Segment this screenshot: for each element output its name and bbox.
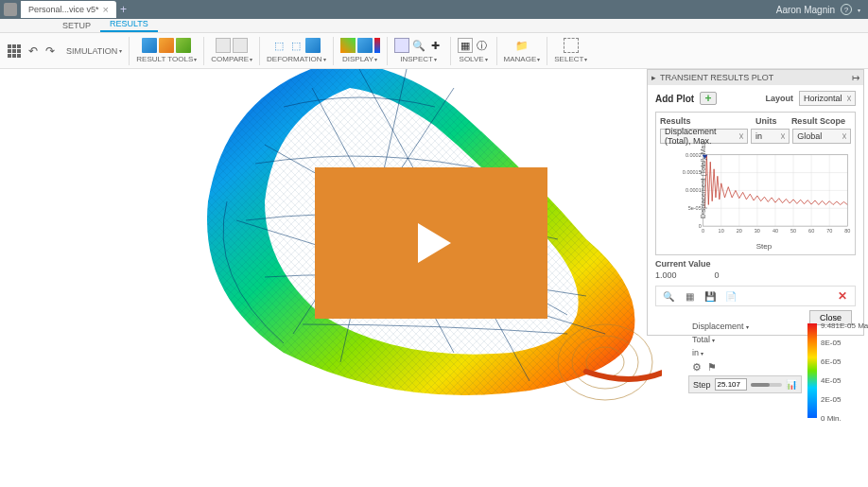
- col-results: Results: [660, 116, 755, 126]
- col-units: Units: [755, 116, 791, 126]
- play-icon: [398, 210, 464, 276]
- svg-text:60: 60: [808, 228, 814, 234]
- svg-text:50: 50: [790, 228, 796, 234]
- col-scope: Result Scope: [791, 116, 851, 126]
- undo-icon[interactable]: ↶: [26, 44, 40, 58]
- svg-text:30: 30: [755, 228, 760, 234]
- display-group: DISPLAY▾: [337, 38, 384, 63]
- tab-setup[interactable]: SETUP: [53, 19, 100, 32]
- tool-icon[interactable]: ✚: [428, 38, 443, 53]
- transient-results-panel: ▸ TRANSIENT RESULTS PLOT ↦ Add Plot + La…: [647, 69, 864, 336]
- tool-icon[interactable]: [216, 38, 231, 53]
- new-tab-button[interactable]: +: [120, 3, 127, 16]
- svg-text:10: 10: [719, 228, 724, 234]
- pin-icon[interactable]: ↦: [852, 73, 859, 83]
- chart-icon[interactable]: 📊: [786, 379, 797, 390]
- result-tools-group: RESULT TOOLS▾: [132, 38, 200, 63]
- legend-max: 9.481E-05 Max.: [821, 322, 868, 330]
- expand-icon[interactable]: ▸: [651, 73, 656, 82]
- delete-icon[interactable]: ✕: [836, 289, 849, 303]
- legend-tick: 6E-05: [821, 357, 841, 366]
- tool-icon[interactable]: [340, 38, 356, 53]
- units-select[interactable]: in: [751, 129, 790, 144]
- export-icon[interactable]: 📄: [724, 289, 738, 303]
- svg-text:0.00015: 0.00015: [683, 169, 702, 175]
- panel-title: TRANSIENT RESULTS PLOT: [660, 73, 773, 82]
- svg-text:0: 0: [702, 228, 704, 234]
- add-plot-label: Add Plot: [655, 94, 694, 104]
- redo-icon[interactable]: ↷: [43, 44, 57, 58]
- tool-icon[interactable]: [564, 38, 579, 53]
- result-type-dropdown[interactable]: Displacement▾: [688, 320, 802, 333]
- tool-icon[interactable]: [159, 38, 174, 53]
- tool-icon[interactable]: [176, 38, 191, 53]
- manage-group: 📁 MANAGE▾: [500, 38, 545, 63]
- tool-icon[interactable]: [394, 38, 409, 53]
- solve-group: ▦ ⓘ SOLVE▾: [454, 38, 494, 63]
- save-icon[interactable]: 💾: [703, 289, 717, 303]
- tool-icon[interactable]: [233, 38, 248, 53]
- gear-icon[interactable]: ⚙: [692, 361, 702, 374]
- svg-text:40: 40: [773, 228, 778, 234]
- add-plot-button[interactable]: +: [700, 92, 717, 105]
- select-group: SELECT▾: [550, 38, 591, 63]
- panel-header[interactable]: ▸ TRANSIENT RESULTS PLOT ↦: [648, 70, 863, 85]
- legend-tick: 2E-05: [821, 395, 841, 404]
- current-value-2: 0: [715, 270, 720, 280]
- tool-icon[interactable]: [142, 38, 157, 53]
- svg-marker-33: [418, 223, 451, 263]
- user-name[interactable]: Aaron Magnin: [776, 5, 835, 15]
- close-icon[interactable]: ×: [103, 4, 109, 15]
- layout-label: Layout: [765, 94, 793, 103]
- unit-dropdown[interactable]: in▾: [688, 346, 802, 359]
- current-value-label: Current Value: [655, 259, 856, 269]
- workspace-tabs: SETUP RESULTS: [0, 19, 868, 33]
- step-slider[interactable]: [751, 383, 782, 387]
- document-tab[interactable]: Personal...vice v5* ×: [21, 1, 116, 18]
- simulation-dropdown[interactable]: SIMULATION▾: [66, 46, 122, 56]
- zoom-icon[interactable]: 🔍: [662, 289, 675, 303]
- current-value-1: 1.000: [655, 270, 677, 280]
- help-icon[interactable]: ?: [841, 4, 852, 15]
- y-axis-label: Displacement (Total), Max.: [700, 140, 706, 218]
- svg-text:80: 80: [844, 228, 850, 234]
- legend-controls: Displacement▾ Total▾ in▾ ⚙⚑ Step 📊: [688, 320, 802, 393]
- flag-icon[interactable]: ⚑: [707, 361, 717, 374]
- step-control: Step 📊: [688, 375, 802, 393]
- tool-icon[interactable]: [374, 38, 380, 53]
- chart-toolbar: 🔍 ▦ 💾 📄 ✕: [655, 286, 856, 306]
- play-button-overlay[interactable]: [315, 167, 547, 319]
- step-input[interactable]: [715, 378, 747, 391]
- tool-icon[interactable]: ⬚: [288, 38, 304, 53]
- tool-icon[interactable]: ⓘ: [475, 38, 490, 53]
- step-label: Step: [693, 380, 711, 390]
- copy-icon[interactable]: ▦: [683, 289, 696, 303]
- component-dropdown[interactable]: Total▾: [688, 333, 802, 346]
- titlebar: Personal...vice v5* × + Aaron Magnin ?▾: [0, 0, 868, 19]
- grid-icon[interactable]: [8, 44, 21, 58]
- app-icon: [4, 3, 17, 16]
- tab-results[interactable]: RESULTS: [100, 17, 158, 32]
- tool-icon[interactable]: ▦: [458, 38, 473, 53]
- x-axis-label: Step: [677, 242, 851, 251]
- scope-select[interactable]: Global: [792, 129, 851, 144]
- deformation-group: ⬚ ⬚ DEFORMATION▾: [263, 38, 330, 63]
- tool-icon[interactable]: 📁: [514, 38, 529, 53]
- layout-select[interactable]: Horizontal: [799, 91, 856, 106]
- legend-tick: 4E-05: [821, 376, 841, 385]
- tool-icon[interactable]: ⬚: [271, 38, 286, 53]
- inspect-group: 🔍 ✚ INSPECT▾: [391, 38, 447, 63]
- tool-icon[interactable]: [305, 38, 321, 53]
- legend-min: 0 Min.: [821, 414, 842, 423]
- color-legend: 9.481E-05 Max. 8E-05 6E-05 4E-05 2E-05 0…: [807, 323, 864, 437]
- svg-text:70: 70: [826, 228, 832, 234]
- toolbar: ↶ ↷ SIMULATION▾ RESULT TOOLS▾ COMPARE▾ ⬚…: [0, 33, 868, 69]
- svg-text:20: 20: [737, 228, 742, 234]
- legend-tick: 8E-05: [821, 339, 841, 347]
- compare-group: COMPARE▾: [207, 38, 256, 63]
- tool-icon[interactable]: [357, 38, 373, 53]
- results-chart: Displacement (Total), Max. 0.00020.00015…: [677, 148, 851, 242]
- tool-icon[interactable]: 🔍: [411, 38, 426, 53]
- document-title: Personal...vice v5*: [28, 5, 99, 14]
- color-gradient: [807, 323, 817, 418]
